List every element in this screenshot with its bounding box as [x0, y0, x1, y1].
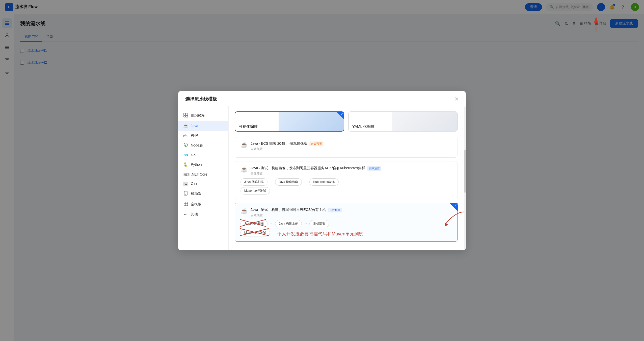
modal-overlay[interactable]: 选择流水线模板 ✕ 组织模板 ☕ Java php PHP: [0, 0, 644, 74]
